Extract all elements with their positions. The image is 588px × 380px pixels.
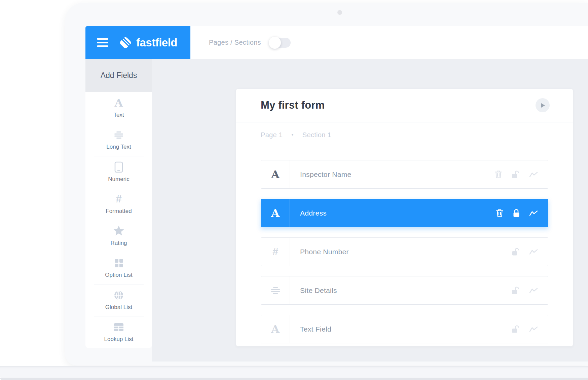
trend-icon[interactable]: [529, 210, 538, 216]
breadcrumb-separator: •: [291, 131, 294, 139]
form-canvas: My first form Page 1 • Section 1 AInspec…: [152, 59, 588, 362]
field-actions: [511, 315, 548, 343]
form-card-header: My first form: [236, 89, 573, 122]
trash-icon[interactable]: [494, 170, 502, 179]
top-bar: Pages / Sections: [190, 26, 588, 59]
field-row-site-details[interactable]: Site Details: [261, 276, 548, 305]
breadcrumb-page[interactable]: Page 1: [261, 131, 283, 139]
text-icon: A: [261, 315, 290, 343]
app-header: fastfield: [85, 26, 190, 59]
global-list-icon: [113, 290, 124, 301]
sidebar-item-numeric[interactable]: Numeric: [85, 156, 152, 188]
laptop-screen: fastfield Pages / Sections Add Fields AT…: [65, 3, 588, 366]
unlock-icon[interactable]: [511, 248, 520, 256]
trend-icon[interactable]: [529, 288, 538, 294]
lookup-list-icon: [114, 321, 124, 333]
laptop-base: [0, 366, 588, 380]
field-actions: [494, 160, 548, 188]
form-title: My first form: [261, 99, 325, 111]
field-row-list: AInspector NameAAddress#Phone NumberSite…: [261, 160, 548, 343]
sidebar-item-label: Rating: [110, 240, 127, 246]
field-row-address[interactable]: AAddress: [261, 199, 548, 227]
long-text-icon: [261, 276, 290, 304]
breadcrumb: Page 1 • Section 1: [261, 131, 548, 139]
unlock-icon[interactable]: [511, 325, 520, 334]
sidebar-item-label: Text: [113, 112, 124, 118]
laptop-camera-dot: [337, 10, 342, 15]
breadcrumb-section[interactable]: Section 1: [302, 131, 331, 139]
sidebar-item-label: Long Text: [106, 144, 131, 150]
sidebar-item-label: Global List: [105, 304, 132, 311]
field-label: Address: [290, 199, 327, 227]
sidebar-item-rating[interactable]: Rating: [85, 220, 152, 252]
trend-icon[interactable]: [529, 172, 538, 178]
fastfield-logo-icon: [118, 35, 133, 50]
field-label: Site Details: [290, 276, 337, 304]
field-actions: [511, 276, 548, 304]
field-actions: [496, 199, 548, 227]
trend-icon[interactable]: [529, 326, 538, 332]
sidebar-item-text[interactable]: AText: [85, 92, 152, 124]
field-actions: [511, 238, 548, 266]
preview-play-button[interactable]: [536, 98, 550, 112]
field-label: Phone Number: [290, 238, 349, 266]
text-icon: A: [261, 199, 290, 227]
sidebar-item-option-list[interactable]: Option List: [85, 252, 152, 284]
lock-icon[interactable]: [513, 209, 520, 218]
sidebar-item-long-text[interactable]: Long Text: [85, 124, 152, 156]
sidebar-item-label: Lookup List: [104, 336, 134, 343]
sidebar-item-label: Numeric: [108, 176, 129, 183]
formatted-icon: #: [116, 193, 121, 205]
long-text-icon: [114, 129, 123, 141]
play-icon: [541, 103, 545, 108]
numeric-icon: [114, 161, 123, 173]
hamburger-menu-icon[interactable]: [97, 38, 108, 47]
sidebar-field-list: ATextLong TextNumeric#FormattedRatingOpt…: [85, 92, 152, 348]
sidebar-item-label: Option List: [105, 272, 132, 278]
text-icon: A: [115, 97, 123, 109]
field-label: Inspector Name: [290, 160, 351, 188]
option-list-icon: [115, 257, 123, 269]
pages-sections-toggle[interactable]: [270, 38, 291, 48]
sidebar-item-label: Formatted: [106, 208, 132, 215]
sidebar-title: Add Fields: [85, 59, 152, 92]
unlock-icon[interactable]: [511, 286, 520, 295]
form-card: My first form Page 1 • Section 1 AInspec…: [236, 89, 573, 346]
sidebar-item-global-list[interactable]: Global List: [85, 284, 152, 316]
pages-sections-label: Pages / Sections: [209, 39, 261, 46]
field-label: Text Field: [290, 315, 331, 343]
rating-icon: [113, 225, 124, 237]
unlock-icon[interactable]: [511, 170, 520, 179]
add-fields-sidebar: Add Fields ATextLong TextNumeric#Formatt…: [85, 59, 152, 348]
field-row-phone-number[interactable]: #Phone Number: [261, 237, 548, 266]
text-icon: A: [261, 160, 290, 188]
toggle-knob: [269, 37, 281, 49]
field-row-inspector-name[interactable]: AInspector Name: [261, 160, 548, 189]
trend-icon[interactable]: [529, 249, 538, 255]
field-row-text-field[interactable]: AText Field: [261, 315, 548, 343]
brand-wordmark: fastfield: [136, 36, 177, 49]
trash-icon[interactable]: [496, 209, 504, 217]
sidebar-item-formatted[interactable]: #Formatted: [85, 188, 152, 220]
sidebar-item-lookup-list[interactable]: Lookup List: [85, 316, 152, 348]
hash-icon: #: [261, 238, 290, 266]
